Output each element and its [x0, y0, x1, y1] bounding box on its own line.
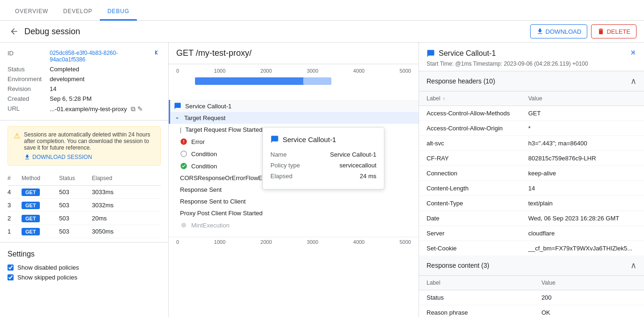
content-label: Status [419, 290, 534, 305]
header-value: h3=".443"; ma=86400 [521, 136, 644, 151]
header-value: Wed, 06 Sep 2023 16:28:26 GMT [521, 211, 644, 226]
collapse-headers-icon[interactable]: ∧ [630, 76, 637, 86]
response-content-title: Response content (3) [427, 262, 489, 269]
show-skipped-checkbox-row: Show skipped policies [7, 274, 161, 281]
table-row[interactable]: 2 GET 503 20ms [7, 212, 161, 225]
col-num-header: # [7, 175, 22, 181]
popup-policy-label: Policy type [270, 162, 300, 169]
table-row[interactable]: 3 GET 503 3032ms [7, 199, 161, 212]
label-header[interactable]: Label ↑ [419, 91, 521, 106]
row-status: 503 [59, 228, 92, 235]
header-value: cloudflare [521, 226, 644, 241]
proxy-post-label: Proxy Post Client Flow Started [180, 210, 262, 217]
table-row: Content-Length 14 [419, 181, 644, 196]
table-row: alt-svc h3=".443"; ma=86400 [419, 136, 644, 151]
popup-title: Service Callout-1 [283, 136, 336, 143]
table-row: Set-Cookie __cf_bm=FX79xT9WXvJa6THIZlek5… [419, 241, 644, 256]
warning-text: Sessions are automatically deleted withi… [24, 131, 150, 151]
url-label: URL [7, 105, 50, 113]
response-content-section-header: Response content (3) ∧ [419, 256, 644, 276]
col-status-header: Status [59, 175, 92, 181]
flow-item-callout[interactable]: Service Callout-1 [169, 100, 419, 112]
header-value: keep-alive [521, 166, 644, 181]
header-label: alt-svc [419, 136, 521, 151]
table-row: Content-Type text/plain [419, 196, 644, 211]
table-row: Date Wed, 06 Sep 2023 16:28:26 GMT [419, 211, 644, 226]
table-header: # Method Status Elapsed [7, 171, 161, 186]
row-status: 503 [59, 215, 92, 222]
timeline-bar-blue [195, 77, 317, 85]
table-row[interactable]: 4 GET 503 3033ms [7, 186, 161, 199]
toolbar: Debug session DOWNLOAD DELETE [0, 21, 644, 43]
id-value: 025dc858-e3f0-4b83-8260-94ac0a1f5386 [50, 50, 152, 63]
left-panel: ID 025dc858-e3f0-4b83-8260-94ac0a1f5386 … [0, 43, 169, 317]
top-nav: OVERVIEW DEVELOP DEBUG [0, 0, 644, 21]
show-skipped-checkbox[interactable] [7, 274, 14, 280]
warning-icon: ⚠ [14, 131, 20, 160]
url-value: ...-01.example/my-test-proxy [50, 106, 127, 113]
tab-overview[interactable]: OVERVIEW [7, 3, 56, 21]
right-header: Service Callout-1 Start Time: @1ms Times… [419, 43, 644, 71]
header-value: text/plain [521, 196, 644, 211]
svg-point-0 [181, 223, 187, 228]
condition-grey-label: Condition [191, 151, 217, 158]
table-row: Reason phrase OK [419, 305, 644, 317]
row-elapsed: 20ms [92, 215, 161, 222]
row-num: 4 [7, 189, 22, 196]
popup-tooltip: Service Callout-1 Name Service Callout-1… [262, 127, 384, 189]
tab-debug[interactable]: DEBUG [100, 3, 137, 21]
download-label: DOWNLOAD [546, 28, 582, 35]
page-title: Debug session [24, 27, 526, 37]
tab-develop[interactable]: DEVELOP [56, 3, 100, 21]
header-label: Server [419, 226, 521, 241]
header-value: 802815c759e876c9-LHR [521, 151, 644, 166]
table-row: Access-Control-Allow-Origin * [419, 121, 644, 136]
response-headers-title: Response headers (10) [427, 77, 495, 85]
show-disabled-label: Show disabled policies [17, 264, 79, 271]
value-header: Value [521, 91, 644, 106]
flow-item-response-client: Response Sent to Client [169, 196, 419, 207]
header-label: Content-Type [419, 196, 521, 211]
table-row: Access-Control-Allow-Methods GET [419, 106, 644, 121]
flow-item-target[interactable]: Target Request [169, 112, 419, 124]
collapse-icon[interactable] [152, 48, 161, 58]
delete-label: DELETE [607, 28, 630, 35]
show-disabled-checkbox[interactable] [7, 264, 14, 271]
row-method: GET [22, 215, 59, 222]
timeline-bar-light [303, 77, 331, 85]
header-value: 14 [521, 181, 644, 196]
row-status: 503 [59, 202, 92, 209]
table-row[interactable]: 1 GET 503 3050ms [7, 225, 161, 238]
back-button[interactable] [7, 25, 21, 38]
environment-label: Environment [7, 75, 50, 83]
table-row: CF-RAY 802815c759e876c9-LHR [419, 151, 644, 166]
popup-name-label: Name [270, 151, 287, 158]
warning-box: ⚠ Sessions are automatically deleted wit… [7, 126, 161, 166]
meta-section: ID 025dc858-e3f0-4b83-8260-94ac0a1f5386 … [0, 43, 168, 121]
created-value: Sep 6, 5:28 PM [50, 95, 92, 102]
header-value: * [521, 121, 644, 136]
row-elapsed: 3050ms [92, 228, 161, 235]
sort-icon: ↑ [443, 96, 445, 101]
expand-right-icon[interactable] [628, 48, 637, 59]
copy-icon[interactable]: ⧉ [131, 105, 135, 113]
middle-panel: GET /my-test-proxy/ 0 1000 2000 3000 400… [169, 43, 419, 317]
collapse-content-icon[interactable]: ∧ [630, 260, 637, 271]
delete-button[interactable]: DELETE [591, 24, 637, 38]
download-session-link[interactable]: DOWNLOAD SESSION [24, 154, 155, 160]
header-label: Content-Length [419, 181, 521, 196]
flow-text: Target Request Flow Started [185, 126, 262, 133]
header-label: Date [419, 211, 521, 226]
content-value-header: Value [534, 276, 644, 290]
download-button[interactable]: DOWNLOAD [530, 24, 588, 38]
edit-icon[interactable]: ✎ [137, 105, 143, 113]
header-value: GET [521, 106, 644, 121]
right-title-text: Service Callout-1 [439, 49, 496, 58]
condition-green-label: Condition [191, 163, 217, 170]
row-method: GET [22, 228, 59, 235]
popup-row: Name Service Callout-1 [270, 149, 376, 160]
table-row: Server cloudflare [419, 226, 644, 241]
response-headers-section-header: Response headers (10) ∧ [419, 71, 644, 91]
popup-name-value: Service Callout-1 [330, 151, 376, 158]
content-label: Reason phrase [419, 305, 534, 317]
